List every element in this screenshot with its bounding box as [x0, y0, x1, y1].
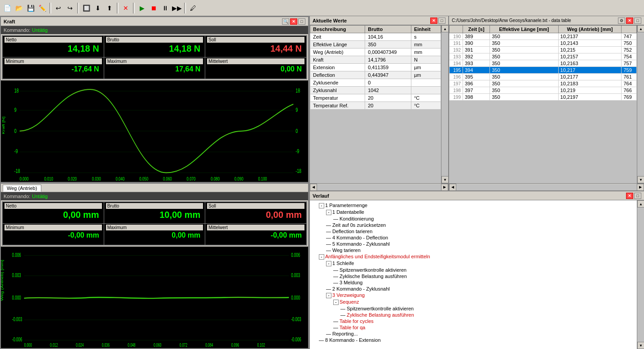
up-icon[interactable]: ⬆	[104, 3, 115, 13]
tree-item[interactable]: —2 Kommando - Zyklusnahl	[312, 286, 635, 292]
tree-item[interactable]: -1 Parametermenge	[312, 202, 635, 209]
close-icon[interactable]: ✕	[120, 3, 131, 13]
aktuelle-table: Beschreibung Brutto Einheit Zeit 104,16 …	[310, 25, 441, 110]
aktuelle-row[interactable]: Deflection 0,443947 µm	[310, 71, 441, 79]
kraft-search-btn[interactable]: 🔍	[282, 18, 289, 25]
weg-tab[interactable]: Weg (Antrieb)	[3, 185, 41, 192]
verlauf-close-btn[interactable]: ✕	[626, 193, 633, 199]
aktuelle-row[interactable]: Zeit 104,16 s	[310, 33, 441, 41]
table-row[interactable]: 199 398 350 10,2197 769	[450, 94, 637, 101]
pause-icon[interactable]: ⏸	[160, 3, 171, 13]
tree-item[interactable]: —Spitzenwertkontrolle aktivieren	[312, 267, 635, 273]
scroll-up-btn[interactable]: ▲	[441, 25, 448, 32]
tree-expand-btn[interactable]: -	[326, 293, 331, 298]
tree-expand-btn[interactable]: -	[326, 261, 331, 266]
th-zeit: Zeit [s]	[463, 26, 490, 33]
tree-item[interactable]: —Konditionierung	[312, 216, 635, 222]
aktuelle-row[interactable]: Weg (Antrieb) 0,000407349 mm	[310, 49, 441, 56]
tree-item[interactable]: —3 Meldung	[312, 279, 635, 286]
aktuelle-row[interactable]: Extension 0,411359 µm	[310, 64, 441, 71]
tree-dash: —	[333, 267, 339, 273]
dt-scroll-up-btn[interactable]: ▲	[637, 25, 644, 32]
tree-expand-btn[interactable]: -	[326, 210, 331, 215]
row-num: 389	[463, 33, 490, 40]
table-row[interactable]: 193 392 350 10,2157 754	[450, 53, 637, 60]
fastforward-icon[interactable]: ▶▶	[172, 3, 182, 13]
tree-expand-btn[interactable]: -	[319, 203, 324, 208]
data-table-scrollbar[interactable]: ▲ ▼	[637, 25, 644, 183]
verlauf-scroll-up[interactable]: ▲	[637, 200, 644, 208]
frame-icon[interactable]: 🔲	[81, 3, 92, 13]
aktuelle-close-btn[interactable]: ✕	[430, 18, 437, 24]
verlauf-max-btn[interactable]: □	[634, 193, 641, 199]
table-row[interactable]: 191 390 350 10,2143 750	[450, 40, 637, 47]
undo-icon[interactable]: ↩	[53, 3, 64, 13]
table-row[interactable]: 198 397 350 10,219 766	[450, 87, 637, 94]
aktuelle-row[interactable]: Zyklusende 0	[310, 79, 441, 87]
tree-item[interactable]: —Table for qa	[312, 324, 635, 331]
kraft-max-btn[interactable]: □	[298, 18, 305, 25]
tree-item[interactable]: -3 Verzweigung	[312, 292, 635, 299]
tree-item[interactable]: —Zyklische Belastung ausführen	[312, 273, 635, 279]
verlauf-scrollbar[interactable]: ▲ ▼	[637, 200, 644, 349]
save-icon[interactable]: 💾	[25, 3, 36, 13]
row-eff: 350	[490, 67, 558, 74]
tree-item[interactable]: —Zyklische Belastung ausführen	[312, 312, 635, 318]
tree-label: Zeit auf 0s zurücksetzen	[332, 222, 386, 228]
new-icon[interactable]: 📄	[2, 3, 13, 13]
data-table-settings-btn[interactable]: ⚙	[618, 18, 625, 24]
kraft-soll-value: 14,44 N	[207, 43, 304, 56]
table-row[interactable]: 190 389 350 10,2137 747	[450, 33, 637, 40]
play-icon[interactable]: ▶	[137, 3, 147, 13]
verlauf-scroll-down[interactable]: ▼	[637, 342, 644, 349]
aktuelle-row[interactable]: Temperatur Ref. 20 °C	[310, 102, 441, 110]
table-row[interactable]: 192 391 350 10,215 752	[450, 47, 637, 53]
kraft-close-btn[interactable]: ✕	[290, 18, 297, 25]
tree-item[interactable]: —Weg tarieren	[312, 247, 635, 253]
tree-item[interactable]: -Sequenz	[312, 299, 635, 305]
aktuelle-row[interactable]: Temperatur 20 °C	[310, 94, 441, 102]
data-table-close-btn[interactable]: ✕	[626, 18, 633, 24]
dt-scroll-right-btn[interactable]: ▶	[637, 184, 644, 191]
scroll-right-btn[interactable]: ▶	[441, 184, 448, 191]
aktuelle-row[interactable]: Zyklusnahl 1042	[310, 87, 441, 94]
tree-item[interactable]: —5 Kommando - Zyklusnahl	[312, 241, 635, 247]
weg-min-label: Minimum	[4, 225, 102, 230]
toolbar: 📄 📂 💾 ✏️ ↩ ↪ 🔲 ⬇ ⬆ ✕ ▶ ⏹ ⏸ ▶▶ 🖊	[0, 0, 644, 16]
stop-icon[interactable]: ⏹	[148, 3, 159, 13]
down-icon[interactable]: ⬇	[93, 3, 103, 13]
tree-expand-btn[interactable]: -	[333, 300, 339, 305]
tree-item[interactable]: —Spitzenwertkontrolle aktivieren	[312, 305, 635, 312]
tree-item[interactable]: —4 Kommando - Deflection	[312, 234, 635, 241]
aktuelle-scrollbar[interactable]: ▲ ▼	[441, 25, 448, 183]
row-extra: 750	[622, 40, 637, 47]
table-row[interactable]: 195 394 350 10,217 759	[450, 67, 637, 74]
dt-scroll-down-btn[interactable]: ▼	[637, 176, 644, 183]
tree-item[interactable]: -1 Schleife	[312, 260, 635, 267]
tree-expand-btn[interactable]: -	[319, 254, 324, 260]
pen-icon[interactable]: 🖊	[188, 3, 198, 13]
data-table-max-btn[interactable]: □	[634, 18, 641, 24]
tree-item[interactable]: —8 Kommando - Extension	[312, 337, 635, 343]
tree-dash: —	[333, 325, 339, 330]
aktuelle-header: Aktuelle Werte ✕ □	[310, 16, 448, 25]
tree-item[interactable]: —Table for cycles	[312, 318, 635, 324]
edit-icon[interactable]: ✏️	[37, 3, 48, 13]
tree-dash: —	[333, 216, 339, 221]
dt-scroll-left-btn[interactable]: ◀	[449, 184, 456, 191]
tree-item[interactable]: -1 Datentabelle	[312, 209, 635, 216]
tree-item[interactable]: —Reporting...	[312, 331, 635, 337]
aktuelle-max-btn[interactable]: □	[438, 18, 446, 24]
scroll-left-btn[interactable]: ◀	[310, 184, 317, 191]
aktuelle-row[interactable]: Kraft 14,1796 N	[310, 56, 441, 64]
tree-item[interactable]: —Zeit auf 0s zurücksetzen	[312, 222, 635, 228]
redo-icon[interactable]: ↪	[65, 3, 75, 13]
scroll-down-btn[interactable]: ▼	[441, 176, 448, 183]
tree-item[interactable]: —Deflection tarieren	[312, 228, 635, 234]
tree-item[interactable]: -Anfängliches und Endsteifigkeitsmodul e…	[312, 253, 635, 260]
open-icon[interactable]: 📂	[13, 3, 24, 13]
table-row[interactable]: 197 396 350 10,2183 764	[450, 80, 637, 87]
table-row[interactable]: 196 395 350 10,2177 761	[450, 74, 637, 80]
table-row[interactable]: 194 393 350 10,2163 757	[450, 60, 637, 67]
aktuelle-row[interactable]: Effektive Länge 350 mm	[310, 41, 441, 49]
